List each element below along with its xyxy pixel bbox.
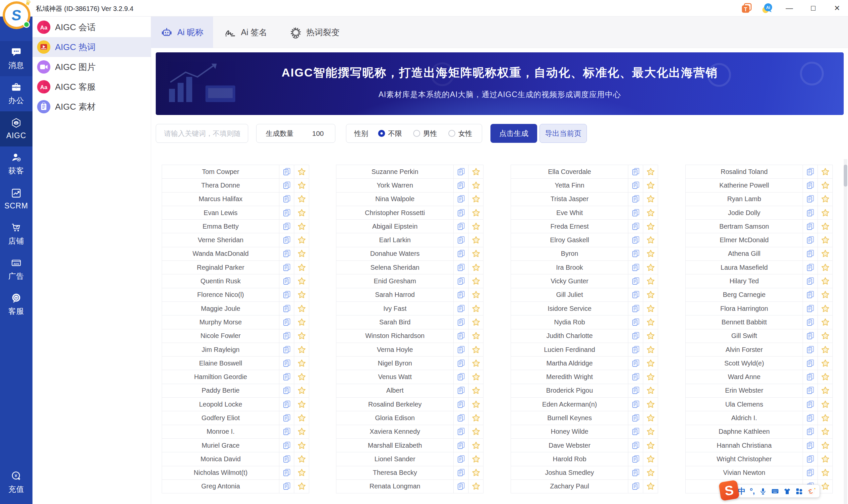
copy-icon[interactable] [802, 398, 817, 411]
star-icon[interactable] [817, 179, 832, 192]
copy-icon[interactable] [453, 261, 468, 274]
star-icon[interactable] [468, 274, 483, 288]
copy-icon[interactable] [279, 370, 294, 383]
copy-icon[interactable] [279, 288, 294, 302]
star-icon[interactable] [643, 316, 658, 329]
star-icon[interactable] [643, 357, 658, 370]
star-icon[interactable] [294, 357, 309, 370]
copy-icon[interactable] [802, 370, 817, 383]
star-icon[interactable] [294, 179, 309, 192]
star-icon[interactable] [643, 452, 658, 466]
keyboard-icon[interactable] [771, 487, 779, 495]
rail-item-AIGC[interactable]: AIAIGC [0, 111, 33, 146]
copy-icon[interactable] [279, 398, 294, 411]
star-icon[interactable] [817, 274, 832, 288]
star-icon[interactable] [817, 247, 832, 260]
tab-Ai 签名[interactable]: Ai 签名 [213, 17, 278, 48]
copy-icon[interactable] [453, 425, 468, 438]
copy-icon[interactable] [802, 220, 817, 233]
star-icon[interactable] [643, 398, 658, 411]
star-icon[interactable] [468, 425, 483, 438]
star-icon[interactable] [468, 370, 483, 383]
star-icon[interactable] [468, 288, 483, 302]
copy-icon[interactable] [453, 165, 468, 178]
star-icon[interactable] [468, 384, 483, 397]
copy-icon[interactable] [279, 316, 294, 329]
rail-item-SCRM[interactable]: SCRM [0, 182, 33, 217]
star-icon[interactable] [468, 247, 483, 260]
copy-icon[interactable] [279, 466, 294, 480]
copy-icon[interactable] [279, 193, 294, 206]
tab-热词裂变[interactable]: 热词裂变 [278, 17, 350, 48]
copy-icon[interactable] [802, 193, 817, 206]
star-icon[interactable] [817, 439, 832, 452]
close-button[interactable]: ✕ [829, 0, 845, 17]
copy-icon[interactable] [453, 302, 468, 315]
copy-icon[interactable] [279, 233, 294, 247]
copy-icon[interactable] [279, 206, 294, 219]
sidebar-item-AIGC 会话[interactable]: AaAIGC 会话 [33, 17, 151, 37]
star-icon[interactable] [817, 398, 832, 411]
copy-icon[interactable] [453, 329, 468, 343]
microphone-icon[interactable] [759, 487, 767, 495]
star-icon[interactable] [817, 466, 832, 480]
star-icon[interactable] [817, 206, 832, 219]
star-icon[interactable] [294, 261, 309, 274]
copy-icon[interactable] [628, 370, 643, 383]
punctuation-icon[interactable]: °, [750, 487, 755, 496]
star-icon[interactable] [468, 343, 483, 356]
copy-icon[interactable] [802, 233, 817, 247]
copy-icon[interactable] [453, 274, 468, 288]
star-icon[interactable] [294, 439, 309, 452]
gender-radio-不限[interactable]: 不限 [378, 129, 402, 138]
toolbox-icon[interactable] [795, 487, 803, 495]
copy-icon[interactable] [453, 233, 468, 247]
rail-item-充值[interactable]: ¥充值 [0, 465, 33, 500]
star-icon[interactable] [643, 288, 658, 302]
star-icon[interactable] [817, 370, 832, 383]
copy-icon[interactable] [279, 220, 294, 233]
copy-icon[interactable] [453, 220, 468, 233]
copy-icon[interactable] [453, 247, 468, 260]
star-icon[interactable] [468, 452, 483, 466]
copy-icon[interactable] [802, 288, 817, 302]
copy-icon[interactable] [628, 466, 643, 480]
copy-icon[interactable] [453, 288, 468, 302]
star-icon[interactable] [643, 425, 658, 438]
star-icon[interactable] [294, 220, 309, 233]
copy-icon[interactable] [802, 357, 817, 370]
gender-radio-女性[interactable]: 女性 [448, 129, 472, 138]
copy-icon[interactable] [802, 343, 817, 356]
copy-icon[interactable] [279, 357, 294, 370]
copy-icon[interactable] [453, 466, 468, 480]
star-icon[interactable] [468, 206, 483, 219]
star-icon[interactable] [294, 302, 309, 315]
copy-icon[interactable] [628, 452, 643, 466]
sidebar-item-AIGC 素材[interactable]: AIGC 素材 [33, 97, 151, 116]
copy-icon[interactable] [802, 439, 817, 452]
star-icon[interactable] [294, 343, 309, 356]
copy-icon[interactable] [628, 302, 643, 315]
star-icon[interactable] [817, 384, 832, 397]
ai-chat-icon[interactable]: Ai [761, 2, 773, 14]
copy-icon[interactable] [802, 165, 817, 178]
star-icon[interactable] [817, 411, 832, 425]
star-icon[interactable] [817, 220, 832, 233]
generate-button[interactable]: 点击生成 [490, 124, 537, 143]
copy-icon[interactable] [802, 261, 817, 274]
star-icon[interactable] [468, 261, 483, 274]
copy-icon[interactable] [802, 425, 817, 438]
copy-icon[interactable] [628, 193, 643, 206]
copy-icon[interactable] [628, 384, 643, 397]
star-icon[interactable] [817, 452, 832, 466]
copy-icon[interactable] [628, 274, 643, 288]
star-icon[interactable] [468, 302, 483, 315]
copy-icon[interactable] [279, 329, 294, 343]
star-icon[interactable] [294, 425, 309, 438]
star-icon[interactable] [817, 261, 832, 274]
copy-icon[interactable] [802, 452, 817, 466]
star-icon[interactable] [468, 480, 483, 493]
copy-icon[interactable] [453, 357, 468, 370]
star-icon[interactable] [817, 165, 832, 178]
copy-icon[interactable] [279, 425, 294, 438]
